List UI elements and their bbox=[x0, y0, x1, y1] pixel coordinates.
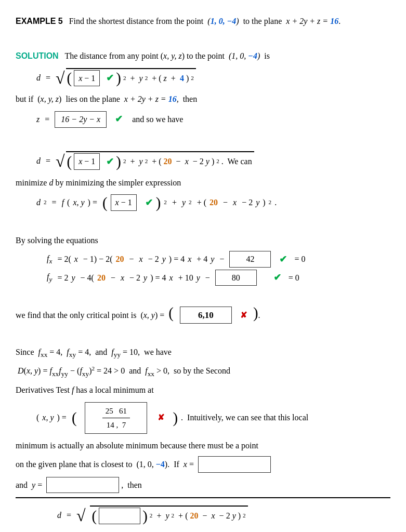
x-value-input[interactable] bbox=[198, 456, 271, 473]
input-x-minus-1-3[interactable]: x − 1 bbox=[111, 194, 137, 211]
abs-min-text: minimum is actually an absolute minimum … bbox=[16, 439, 390, 453]
z-equation: z = 16 − 2y − x ✔ and so we have bbox=[36, 111, 390, 128]
check-icon-6: ✔ bbox=[273, 270, 281, 285]
check-icon-1: ✔ bbox=[106, 71, 114, 86]
fy-equation: fy = 2y − 4(20 − x − 2y) = 4x + 10y − 80… bbox=[47, 270, 390, 286]
deriv-test-text: Derivatives Test f has a local minimum a… bbox=[16, 383, 390, 397]
check-icon-3: ✔ bbox=[106, 154, 114, 169]
critical-point-text: we find that the only critical point is … bbox=[16, 305, 390, 324]
by-solving-text: By solving the equations bbox=[16, 234, 390, 247]
x-icon-2: ✘ bbox=[158, 411, 164, 424]
example-label: EXAMPLE 5 bbox=[16, 17, 63, 25]
minimize-text: minimize d by minimizing the simpler exp… bbox=[16, 176, 390, 190]
since-fxx-text: Since fxx = 4, fxy = 4, and fyy = 10, we… bbox=[16, 345, 390, 361]
d-formula-2: d = √ ( x − 1 ✔ )2 + y2 + (20 − x − 2y)2… bbox=[36, 151, 390, 171]
x-icon-1: ✘ bbox=[240, 311, 247, 320]
fx-equation: fx = 2(x − 1) − 2(20 − x − 2y) = 4x + 4y… bbox=[47, 251, 390, 268]
check-icon-2: ✔ bbox=[115, 112, 123, 127]
fx-constant-box[interactable]: 42 bbox=[229, 251, 271, 268]
d-squared-formula: d2 = f(x, y) = ( x − 1 ✔ )2 + y2 + (20 −… bbox=[36, 194, 390, 211]
d-formula-text: D(x, y) = fxxfyy − (fxy)2 = 24 > 0 and f… bbox=[16, 364, 390, 379]
solution-label: SOLUTION bbox=[16, 51, 59, 60]
condition-text: but if (x, y, z) lies on the plane x + 2… bbox=[16, 92, 390, 106]
check-icon-5: ✔ bbox=[279, 252, 287, 267]
d-formula-1: d = √ ( x − 1 ✔ )2 + y2 + (z + 4)2 bbox=[36, 68, 390, 88]
input-x-minus-1-2[interactable]: x − 1 bbox=[74, 153, 100, 170]
fy-constant-box[interactable]: 80 bbox=[215, 270, 257, 286]
input-x-minus-1-1[interactable]: x − 1 bbox=[74, 70, 100, 87]
check-icon-4: ✔ bbox=[145, 195, 153, 210]
local-min-point: (x, y) = ( 25 61 14 , 7 ✘ ). Intuitively… bbox=[36, 402, 390, 434]
and-y-text: and y = , then bbox=[16, 477, 390, 494]
z-value-box[interactable]: 16 − 2y − x bbox=[55, 111, 107, 128]
on-plane-text: on the given plane that is closest to (1… bbox=[16, 456, 390, 473]
example-header: EXAMPLE 5 Find the shortest distance fro… bbox=[16, 15, 390, 28]
critical-point-box[interactable]: 6,10 bbox=[180, 307, 232, 324]
local-min-box[interactable]: 25 61 14 , 7 bbox=[85, 402, 147, 434]
solution-intro: SOLUTION The distance from any point (x,… bbox=[16, 49, 390, 63]
bottom-inner-box[interactable] bbox=[99, 508, 140, 524]
bottom-formula-partial: d = √ ( )2 + y2 + (20 − x − 2y)2 bbox=[16, 497, 390, 525]
y-value-input[interactable] bbox=[46, 477, 119, 494]
